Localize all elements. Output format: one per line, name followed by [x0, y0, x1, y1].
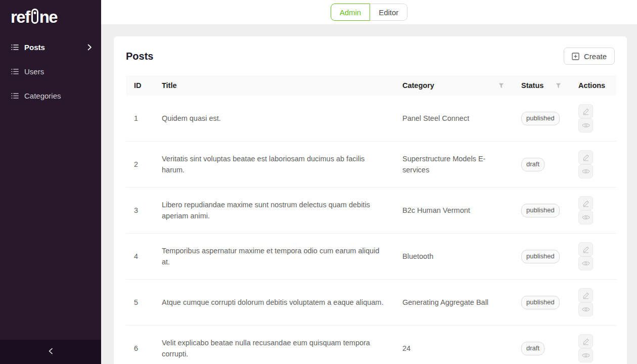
table-row: 5 Atque cumque corrupti dolorum debitis …	[126, 280, 616, 326]
status-badge: published	[521, 296, 560, 309]
column-header-status: Status	[513, 75, 570, 96]
status-badge: draft	[521, 342, 544, 355]
create-button[interactable]: Create	[564, 48, 615, 65]
posts-card: Posts Create ID Title Cat	[114, 36, 627, 364]
content-area: Posts Create ID Title Cat	[101, 24, 637, 364]
sidebar-item-categories[interactable]: Categories	[0, 83, 101, 108]
column-header-id: ID	[126, 75, 154, 96]
role-switcher: Admin Editor	[331, 4, 408, 21]
sidebar-item-users[interactable]: Users	[0, 59, 101, 83]
table-row: 2 Veritatis sint voluptas beatae est lab…	[126, 142, 616, 188]
edit-button[interactable]	[578, 334, 593, 348]
role-admin-button[interactable]: Admin	[331, 4, 371, 21]
status-badge: published	[521, 112, 560, 125]
cell-id: 1	[126, 96, 154, 142]
table-row: 4 Temporibus aspernatur maxime et tempor…	[126, 234, 616, 280]
sidebar-menu: Posts Users Categories	[0, 26, 101, 108]
cell-actions	[570, 234, 616, 280]
logo-i-glyph	[31, 9, 38, 24]
column-header-category: Category	[394, 75, 513, 96]
cell-actions	[570, 96, 616, 142]
cell-id: 3	[126, 188, 154, 234]
cell-actions	[570, 280, 616, 326]
cell-id: 2	[126, 142, 154, 188]
cell-title: Libero repudiandae maxime sunt nostrum d…	[154, 188, 394, 234]
table-row: 1 Quidem quasi est. Panel Steel Connect …	[126, 96, 616, 142]
filter-icon[interactable]	[555, 82, 562, 89]
table-row: 6 Velit explicabo beatae nulla recusanda…	[126, 326, 616, 364]
refine-logo: ref ne	[0, 0, 101, 26]
edit-button[interactable]	[578, 288, 593, 302]
card-header: Posts Create	[126, 48, 615, 65]
cell-title: Atque cumque corrupti dolorum debitis vo…	[154, 280, 394, 326]
edit-button[interactable]	[578, 242, 593, 256]
status-badge: published	[521, 250, 560, 263]
create-button-label: Create	[584, 52, 607, 61]
column-header-label: Status	[521, 81, 543, 89]
sidebar-item-label: Categories	[24, 92, 61, 100]
cell-actions	[570, 326, 616, 364]
column-header-title: Title	[154, 75, 394, 96]
status-badge: published	[521, 204, 560, 217]
cell-title: Quidem quasi est.	[154, 96, 394, 142]
main-area: Admin Editor Posts Create ID T	[101, 0, 637, 364]
unordered-list-icon	[11, 68, 19, 75]
cell-status: published	[513, 280, 570, 326]
cell-category: 24	[394, 326, 513, 364]
collapse-sidebar-button[interactable]	[0, 340, 101, 364]
cell-category: Generating Aggregate Ball	[394, 280, 513, 326]
logo-text-prefix: ref	[11, 9, 30, 25]
status-badge: draft	[521, 158, 544, 171]
sidebar: ref ne Posts Users Categories	[0, 0, 101, 364]
column-header-actions: Actions	[570, 75, 616, 96]
filter-icon[interactable]	[497, 82, 505, 89]
cell-actions	[570, 188, 616, 234]
show-button[interactable]	[578, 164, 593, 178]
cell-actions	[570, 142, 616, 188]
sidebar-item-label: Users	[24, 67, 44, 76]
cell-status: draft	[513, 326, 570, 364]
cell-category: Panel Steel Connect	[394, 96, 513, 142]
cell-id: 4	[126, 234, 154, 280]
show-button[interactable]	[578, 210, 593, 224]
unordered-list-icon	[11, 93, 19, 99]
cell-title: Veritatis sint voluptas beatae est labor…	[154, 142, 394, 188]
plus-square-icon	[572, 53, 579, 60]
cell-status: published	[513, 96, 570, 142]
edit-button[interactable]	[578, 104, 593, 118]
column-header-label: Category	[402, 81, 434, 89]
show-button[interactable]	[578, 348, 593, 362]
show-button[interactable]	[578, 118, 593, 132]
table-row: 3 Libero repudiandae maxime sunt nostrum…	[126, 188, 616, 234]
cell-category: B2c Human Vermont	[394, 188, 513, 234]
role-editor-button[interactable]: Editor	[370, 4, 407, 21]
cell-category: Bluetooth	[394, 234, 513, 280]
show-button[interactable]	[578, 302, 593, 316]
cell-category: Superstructure Models E-services	[394, 142, 513, 188]
topbar: Admin Editor	[101, 0, 637, 24]
cell-title: Velit explicabo beatae nulla recusandae …	[154, 326, 394, 364]
edit-button[interactable]	[578, 150, 593, 164]
posts-table: ID Title Category S	[126, 75, 616, 364]
cell-status: published	[513, 188, 570, 234]
sidebar-item-label: Posts	[24, 43, 45, 52]
cell-id: 5	[126, 280, 154, 326]
cell-title: Temporibus aspernatur maxime et tempora …	[154, 234, 394, 280]
cell-status: draft	[513, 142, 570, 188]
cell-status: published	[513, 234, 570, 280]
chevron-right-icon	[87, 44, 92, 51]
table-header-row: ID Title Category S	[126, 75, 616, 96]
page-title: Posts	[126, 51, 153, 62]
sidebar-item-posts[interactable]: Posts	[0, 35, 101, 59]
chevron-left-icon	[49, 347, 53, 356]
show-button[interactable]	[578, 256, 593, 270]
cell-id: 6	[126, 326, 154, 364]
unordered-list-icon	[11, 44, 19, 51]
edit-button[interactable]	[578, 196, 593, 210]
logo-text-suffix: ne	[39, 9, 58, 25]
